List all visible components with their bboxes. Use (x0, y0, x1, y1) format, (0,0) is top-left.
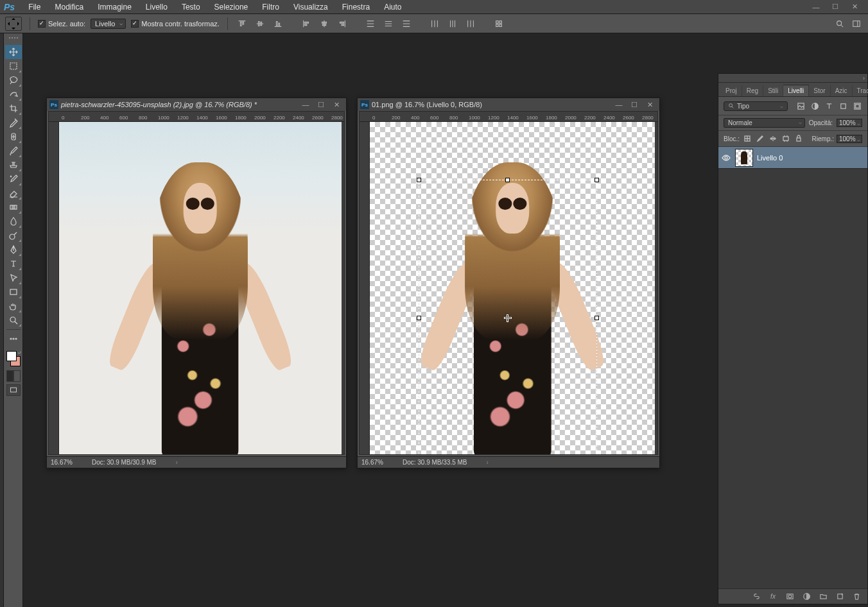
path-select-tool[interactable] (5, 271, 22, 285)
align-left-edges-icon[interactable] (300, 17, 313, 30)
tab-styles[interactable]: Stili (763, 85, 783, 96)
lock-position-icon[interactable] (768, 133, 778, 144)
doc-close[interactable]: ✕ (643, 99, 657, 110)
tab-adjustments[interactable]: Reg (742, 85, 763, 96)
collapse-icon[interactable]: › (863, 75, 865, 81)
status-flyout-icon[interactable]: › (176, 459, 178, 466)
distribute-left-icon[interactable] (428, 17, 441, 30)
dodge-tool[interactable] (5, 228, 22, 243)
auto-select-target-dropdown[interactable]: Livello (91, 19, 126, 29)
tab-properties[interactable]: Proj (721, 85, 742, 96)
workspace-switcher-icon[interactable] (850, 17, 863, 30)
zoom-tool[interactable] (5, 313, 22, 327)
doc-size-readout[interactable]: Doc: 30.9 MB/30.9 MB (92, 459, 157, 466)
current-tool-indicator[interactable] (5, 17, 22, 31)
window-minimize[interactable]: — (806, 1, 826, 13)
tab-paths[interactable]: Trac (853, 85, 868, 96)
layer-visibility-toggle[interactable] (721, 153, 731, 163)
layer-fx-icon[interactable]: fx (767, 591, 779, 603)
brush-tool[interactable] (5, 144, 22, 158)
auto-select-checkbox[interactable]: Selez. auto: (38, 20, 85, 28)
gradient-tool[interactable] (5, 200, 22, 214)
healing-brush-tool[interactable] (5, 130, 22, 144)
move-tool[interactable] (5, 45, 22, 59)
distribute-hcenter-icon[interactable] (446, 17, 459, 30)
lasso-tool[interactable] (5, 73, 22, 87)
show-transform-checkbox[interactable]: Mostra contr. trasformaz. (131, 20, 220, 28)
link-layers-icon[interactable] (751, 591, 762, 603)
eyedropper-tool[interactable] (5, 115, 22, 130)
menu-help[interactable]: Aiuto (377, 1, 408, 13)
layers-list[interactable]: Livello 0 (718, 147, 867, 588)
menu-filter[interactable]: Filtro (255, 1, 286, 13)
quickmask-toggle[interactable] (6, 370, 21, 382)
layer-name[interactable]: Livello 0 (757, 154, 783, 162)
new-layer-icon[interactable] (834, 591, 846, 603)
align-top-edges-icon[interactable] (236, 17, 248, 30)
clone-stamp-tool[interactable] (5, 158, 22, 172)
align-right-edges-icon[interactable] (336, 17, 349, 30)
fill-input[interactable]: 100% (837, 135, 862, 143)
horizontal-ruler[interactable]: 0 200 400 600 800 1000 1200 1400 1600 18… (49, 112, 344, 122)
doc-size-readout[interactable]: Doc: 30.9 MB/33.5 MB (403, 459, 467, 466)
zoom-readout[interactable]: 16.67% (51, 459, 73, 466)
tab-actions[interactable]: Azic (831, 85, 853, 96)
swap-colors-icon[interactable]: ⤾ (17, 350, 22, 355)
filter-shape-icon[interactable] (838, 101, 848, 111)
eraser-tool[interactable] (5, 186, 22, 200)
auto-align-icon[interactable] (492, 17, 505, 30)
marquee-tool[interactable] (5, 59, 22, 73)
layer-filter-kind-dropdown[interactable]: Tipo (724, 101, 788, 111)
document-titlebar[interactable]: Ps pietra-schwarzler-453095-unsplash (2)… (47, 98, 346, 111)
menu-image[interactable]: Immagine (91, 1, 139, 13)
blend-mode-dropdown[interactable]: Normale (724, 118, 805, 128)
menu-view[interactable]: Visualizza (286, 1, 335, 13)
window-close[interactable]: ✕ (845, 1, 864, 13)
canvas[interactable] (370, 122, 657, 454)
history-brush-tool[interactable] (5, 172, 22, 186)
edit-toolbar[interactable] (5, 332, 22, 346)
vertical-ruler[interactable] (49, 122, 59, 454)
menu-window[interactable]: Finestra (335, 1, 377, 13)
tab-history[interactable]: Stor (809, 85, 830, 96)
filter-smartobj-icon[interactable] (852, 101, 862, 111)
filter-pixel-icon[interactable] (795, 101, 806, 111)
distribute-right-icon[interactable] (464, 17, 477, 30)
search-icon[interactable] (833, 17, 846, 30)
doc-close[interactable]: ✕ (329, 99, 343, 110)
window-maximize[interactable]: ☐ (826, 1, 845, 13)
doc-maximize[interactable]: ☐ (627, 99, 641, 110)
screenmode-toggle[interactable] (6, 384, 21, 396)
horizontal-ruler[interactable]: 0 200 400 600 800 1000 1200 1400 1600 18… (360, 112, 657, 122)
shape-tool[interactable] (5, 285, 22, 299)
filter-adjustment-icon[interactable] (810, 101, 820, 111)
menu-edit[interactable]: Modifica (48, 1, 91, 13)
filter-type-icon[interactable] (824, 101, 834, 111)
type-tool[interactable] (5, 257, 22, 271)
crop-tool[interactable] (5, 101, 22, 115)
align-hcenter-icon[interactable] (318, 17, 331, 30)
menu-file[interactable]: File (21, 1, 48, 13)
hand-tool[interactable] (5, 299, 22, 313)
foreground-color-swatch[interactable] (6, 351, 17, 361)
align-bottom-edges-icon[interactable] (272, 17, 284, 30)
layer-thumbnail[interactable] (735, 149, 753, 167)
status-flyout-icon[interactable]: › (487, 459, 489, 466)
blur-tool[interactable] (5, 214, 22, 228)
doc-minimize[interactable]: — (612, 99, 626, 110)
vertical-ruler[interactable] (360, 122, 370, 454)
opacity-input[interactable]: 100% (837, 119, 862, 127)
adjustment-layer-icon[interactable] (801, 591, 812, 603)
lock-all-icon[interactable] (794, 133, 804, 144)
pen-tool[interactable] (5, 243, 22, 257)
quick-select-tool[interactable] (5, 87, 22, 101)
color-swatches[interactable]: ⤾ (5, 350, 22, 368)
lock-pixels-icon[interactable] (755, 133, 765, 144)
menu-type[interactable]: Testo (175, 1, 207, 13)
layer-mask-icon[interactable] (784, 591, 795, 603)
doc-minimize[interactable]: — (299, 99, 313, 110)
doc-maximize[interactable]: ☐ (314, 99, 328, 110)
distribute-top-icon[interactable] (364, 17, 377, 30)
distribute-vcenter-icon[interactable] (382, 17, 395, 30)
tab-layers[interactable]: Livelli (783, 85, 809, 96)
